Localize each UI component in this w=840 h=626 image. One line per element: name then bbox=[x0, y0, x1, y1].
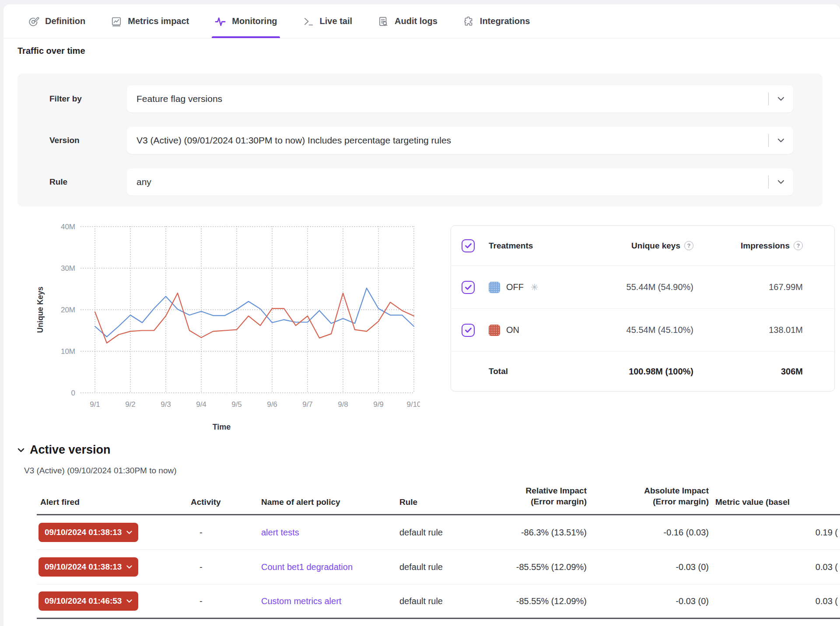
chevron-down-icon bbox=[18, 448, 24, 452]
svg-text:30M: 30M bbox=[61, 264, 75, 273]
impressions-column-header: Impressions bbox=[741, 241, 790, 251]
activity-value: - bbox=[200, 515, 203, 549]
help-icon[interactable] bbox=[684, 241, 693, 250]
rule-label: Rule bbox=[18, 177, 127, 187]
filter-by-row: Filter by Feature flag versions bbox=[18, 85, 822, 112]
tab-label: Integrations bbox=[480, 16, 530, 26]
policy-header: Name of alert policy bbox=[261, 481, 340, 514]
svg-text:9/1: 9/1 bbox=[90, 400, 100, 409]
absolute-impact-value: -0.03 (0) bbox=[614, 550, 709, 584]
filter-panel: Filter by Feature flag versions Version … bbox=[18, 73, 822, 206]
tab-label: Live tail bbox=[320, 16, 352, 26]
chevron-down-icon bbox=[126, 599, 132, 603]
rule-value: default rule bbox=[399, 550, 443, 584]
absolute-impact-value: -0.16 (0.03) bbox=[614, 515, 709, 549]
svg-text:9/10: 9/10 bbox=[406, 400, 420, 409]
treatment-row-off: OFF ✳ 55.44M (54.90%) 167.99M bbox=[451, 266, 834, 309]
rule-value: default rule bbox=[399, 584, 443, 618]
treatments-total-row: Total 100.98M (100%) 306M bbox=[451, 352, 834, 391]
alert-policy-link[interactable]: alert tests bbox=[261, 528, 299, 538]
impressions-value: 167.99M bbox=[769, 282, 803, 292]
version-dropdown[interactable]: V3 (Active) (09/01/2024 01:30PM to now) … bbox=[127, 127, 793, 154]
metric-value: 0.03 ( bbox=[715, 584, 838, 618]
version-value: V3 (Active) (09/01/2024 01:30PM to now) … bbox=[127, 135, 768, 146]
chevron-down-icon[interactable] bbox=[769, 180, 793, 184]
treatment-name: OFF bbox=[506, 282, 524, 292]
tab-live-tail[interactable]: Live tail bbox=[303, 4, 352, 38]
active-version-title: Active version bbox=[30, 443, 111, 457]
help-icon[interactable] bbox=[794, 241, 803, 250]
version-row: Version V3 (Active) (09/01/2024 01:30PM … bbox=[18, 127, 822, 154]
svg-text:Unique Keys: Unique Keys bbox=[36, 287, 45, 333]
traffic-over-time-chart: 010M20M30M40M9/19/29/39/49/59/69/79/89/9… bbox=[18, 219, 420, 440]
live-tail-icon bbox=[303, 16, 314, 27]
absolute-impact-value: -0.03 (0) bbox=[614, 584, 709, 618]
svg-text:40M: 40M bbox=[61, 223, 75, 231]
svg-text:9/5: 9/5 bbox=[231, 400, 242, 409]
alert-policy-link[interactable]: Custom metrics alert bbox=[261, 596, 341, 606]
unique-keys-value: 55.44M (54.90%) bbox=[626, 282, 693, 292]
treatment-on-checkbox[interactable] bbox=[462, 324, 475, 337]
tab-audit-logs[interactable]: Audit logs bbox=[378, 4, 438, 38]
tab-label: Audit logs bbox=[395, 16, 438, 26]
chevron-down-icon[interactable] bbox=[769, 138, 793, 143]
series-swatch-on bbox=[489, 325, 500, 336]
treatment-off-checkbox[interactable] bbox=[462, 281, 475, 294]
svg-text:20M: 20M bbox=[61, 306, 75, 314]
filter-by-label: Filter by bbox=[18, 94, 127, 104]
active-version-toggle[interactable]: Active version bbox=[18, 443, 111, 457]
version-label: Version bbox=[18, 136, 127, 145]
filter-by-dropdown[interactable]: Feature flag versions bbox=[127, 85, 793, 112]
treatments-panel: Treatments Unique keys Impressions OFF ✳ bbox=[451, 225, 835, 392]
alert-fired-badge[interactable]: 09/10/2024 01:38:13 bbox=[38, 557, 138, 577]
tab-label: Metrics impact bbox=[128, 16, 189, 26]
metrics-impact-icon bbox=[111, 16, 122, 27]
relative-impact-header: Relative Impact (Error margin) bbox=[474, 481, 587, 514]
treatment-row-on: ON 45.54M (45.10%) 138.01M bbox=[451, 309, 834, 352]
metric-value-header: Metric value (basel bbox=[715, 481, 790, 514]
alert-row: 09/10/2024 01:38:13 - Count bet1 degrada… bbox=[37, 550, 840, 584]
metric-value: 0.19 ( bbox=[715, 515, 838, 549]
rule-value: any bbox=[127, 177, 768, 187]
definition-icon bbox=[28, 16, 39, 27]
alert-fired-badge[interactable]: 09/10/2024 01:46:53 bbox=[38, 591, 138, 611]
treatments-header-row: Treatments Unique keys Impressions bbox=[451, 226, 834, 266]
tab-label: Definition bbox=[45, 16, 85, 26]
svg-text:9/4: 9/4 bbox=[196, 400, 206, 409]
alert-policy-link[interactable]: Count bet1 degradation bbox=[261, 562, 353, 572]
treatments-column-header: Treatments bbox=[489, 241, 580, 251]
metric-value: 0.03 ( bbox=[715, 550, 838, 584]
audit-logs-icon bbox=[378, 16, 389, 27]
alert-row: 09/10/2024 01:46:53 - Custom metrics ale… bbox=[37, 584, 840, 619]
tab-definition[interactable]: Definition bbox=[28, 4, 85, 38]
page-title: Traffic over time bbox=[18, 46, 85, 56]
alert-fired-badge[interactable]: 09/10/2024 01:38:13 bbox=[38, 523, 138, 542]
tab-monitoring[interactable]: Monitoring bbox=[214, 4, 277, 38]
alert-row: 09/10/2024 01:38:13 - alert tests defaul… bbox=[37, 515, 840, 550]
alerts-header-row: Alert fired Activity Name of alert polic… bbox=[37, 481, 840, 515]
svg-text:Time: Time bbox=[213, 423, 231, 431]
impressions-value: 138.01M bbox=[769, 325, 803, 335]
activity-header: Activity bbox=[191, 481, 221, 514]
tab-integrations[interactable]: Integrations bbox=[463, 4, 530, 38]
svg-text:9/3: 9/3 bbox=[161, 400, 171, 409]
alerts-table: Alert fired Activity Name of alert polic… bbox=[37, 481, 840, 619]
chevron-down-icon[interactable] bbox=[769, 97, 793, 101]
tab-metrics-impact[interactable]: Metrics impact bbox=[111, 4, 189, 38]
activity-value: - bbox=[200, 584, 203, 618]
total-unique-keys: 100.98M (100%) bbox=[629, 367, 693, 377]
series-swatch-off bbox=[489, 282, 500, 293]
select-all-checkbox[interactable] bbox=[462, 239, 475, 252]
chevron-down-icon bbox=[126, 531, 132, 534]
total-impressions: 306M bbox=[781, 367, 803, 377]
rule-row: Rule any bbox=[18, 168, 822, 196]
content-card: Definition Metrics impact Monitoring bbox=[4, 4, 840, 626]
chevron-down-icon bbox=[126, 565, 132, 569]
svg-text:9/8: 9/8 bbox=[338, 400, 348, 409]
unique-keys-value: 45.54M (45.10%) bbox=[626, 325, 693, 335]
rule-dropdown[interactable]: any bbox=[127, 168, 793, 196]
relative-impact-value: -86.3% (13.51%) bbox=[474, 515, 587, 549]
absolute-impact-header: Absolute Impact (Error margin) bbox=[614, 481, 709, 514]
svg-text:9/2: 9/2 bbox=[125, 400, 136, 409]
monitoring-icon bbox=[214, 15, 226, 27]
